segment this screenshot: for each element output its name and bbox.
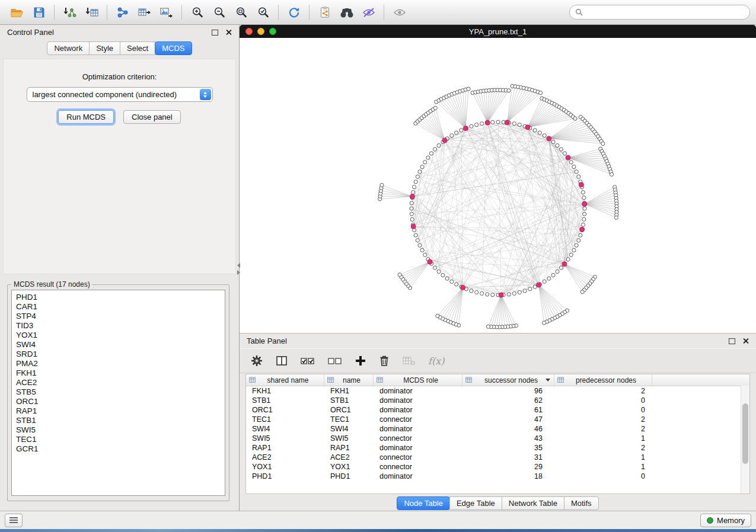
table-cell: SWI4 (246, 425, 324, 433)
open-session-button[interactable] (6, 3, 28, 22)
tab-edge-table[interactable]: Edge Table (449, 496, 502, 510)
result-item[interactable]: SWI5 (16, 425, 225, 435)
result-item[interactable]: SRD1 (16, 350, 225, 359)
result-item[interactable]: CAR1 (16, 302, 225, 312)
result-item[interactable]: TEC1 (16, 435, 225, 444)
create-column-button[interactable] (355, 355, 366, 367)
float-panel-icon[interactable] (729, 338, 735, 344)
table-row[interactable]: RAP1RAP1dominator352 (246, 443, 749, 453)
float-panel-icon[interactable] (212, 30, 218, 36)
deselect-all-rows-button[interactable] (327, 354, 343, 367)
table-row[interactable]: ACE2ACE2connector311 (246, 453, 749, 462)
memory-button[interactable]: Memory (700, 514, 751, 527)
table-row[interactable]: PHD1PHD1dominator180 (246, 472, 749, 481)
minimize-window-traffic-light[interactable] (257, 28, 264, 35)
hide-selected-button[interactable] (358, 3, 379, 22)
panel-toggle-button[interactable] (5, 514, 23, 527)
network-graph[interactable] (240, 38, 756, 333)
unchecked-boxes-icon (327, 354, 343, 367)
table-row[interactable]: ORC1ORC1dominator610 (246, 405, 749, 415)
tab-node-table[interactable]: Node Table (397, 496, 450, 510)
tab-mcds[interactable]: MCDS (155, 41, 192, 55)
export-image-button[interactable] (155, 3, 177, 22)
column-header-predecessor-nodes[interactable]: predecessor nodes (554, 374, 652, 386)
network-window-titlebar[interactable]: YPA_prune.txt_1 (240, 25, 756, 38)
import-table-button[interactable] (81, 3, 103, 22)
close-panel-icon[interactable] (742, 338, 749, 344)
result-item[interactable]: STP4 (16, 312, 225, 321)
table-row[interactable]: SWI4SWI4dominator462 (246, 424, 749, 434)
tab-network[interactable]: Network (47, 41, 90, 55)
table-settings-button[interactable] (250, 354, 263, 367)
show-columns-button[interactable] (275, 354, 288, 367)
zoom-in-button[interactable] (186, 3, 208, 22)
table-row[interactable]: STB1STB1dominator620 (246, 396, 749, 405)
result-item[interactable]: STB1 (16, 416, 225, 425)
main-toolbar (0, 0, 756, 25)
column-type-icon (249, 377, 256, 383)
clipboard-share-icon (318, 6, 331, 19)
refresh-button[interactable] (283, 3, 305, 22)
result-item[interactable]: STB5 (16, 387, 225, 397)
export-table-button[interactable] (133, 3, 155, 22)
tab-motifs[interactable]: Motifs (564, 496, 599, 510)
result-item[interactable]: ORC1 (16, 397, 225, 406)
table-row[interactable]: FKH1FKH1dominator962 (246, 386, 749, 396)
toolbar-separator (278, 5, 279, 20)
tab-style[interactable]: Style (89, 41, 120, 55)
result-item[interactable]: ACE2 (16, 378, 225, 387)
result-item[interactable]: RAP1 (16, 406, 225, 416)
close-window-traffic-light[interactable] (245, 28, 253, 35)
zoom-fit-button[interactable] (230, 3, 252, 22)
result-item[interactable]: GCR1 (16, 444, 225, 454)
column-header-MCDS-role[interactable]: MCDS role (374, 374, 462, 386)
function-builder-button-disabled: f(x) (428, 355, 444, 367)
table-row[interactable]: SWI5SWI5connector431 (246, 434, 749, 443)
mcds-result-fieldset: MCDS result (17 nodes) PHD1CAR1STP4TID3Y… (7, 280, 229, 501)
result-item[interactable]: PHD1 (16, 293, 225, 302)
show-all-button[interactable] (388, 3, 410, 22)
mcds-result-title: MCDS result (17 nodes) (11, 280, 92, 289)
save-session-button[interactable] (28, 3, 50, 22)
result-item[interactable]: TID3 (16, 321, 225, 331)
select-all-rows-button[interactable] (300, 354, 315, 367)
toolbar-separator (181, 5, 182, 20)
export-network-button[interactable] (111, 3, 133, 22)
maximize-window-traffic-light[interactable] (269, 28, 276, 35)
panel-splitter-handle[interactable] (235, 263, 241, 278)
copy-network-button[interactable] (314, 3, 336, 22)
search-input[interactable] (586, 8, 744, 17)
column-header-name[interactable]: name (324, 374, 374, 386)
import-network-button[interactable] (59, 3, 81, 22)
result-item[interactable]: YOX1 (16, 331, 225, 340)
column-header-successor-nodes[interactable]: successor nodes (462, 374, 554, 386)
network-search-box[interactable] (569, 5, 750, 20)
optimization-criterion-select[interactable]: largest connected component (undirected) (27, 87, 213, 102)
table-row[interactable]: YOX1YOX1connector291 (246, 462, 749, 472)
table-cell: STB1 (246, 396, 324, 405)
zoom-out-button[interactable] (208, 3, 230, 22)
table-row[interactable]: TEC1TEC1connector472 (246, 415, 749, 424)
scrollbar-thumb[interactable] (742, 403, 748, 464)
table-cell: FKH1 (324, 387, 374, 395)
table-cell: connector (374, 434, 462, 443)
column-header-shared-name[interactable]: shared name (246, 374, 324, 386)
column-type-icon (557, 377, 564, 383)
table-cell: SWI5 (324, 434, 374, 443)
delete-column-button[interactable] (378, 354, 390, 367)
find-network-button[interactable] (336, 3, 358, 22)
run-mcds-button[interactable]: Run MCDS (58, 110, 114, 124)
close-panel-button[interactable]: Close panel (123, 110, 181, 124)
result-item[interactable]: FKH1 (16, 368, 225, 378)
tab-network-table[interactable]: Network Table (502, 496, 564, 510)
tab-select[interactable]: Select (120, 41, 155, 55)
close-panel-icon[interactable] (225, 29, 232, 36)
table-cell: 35 (462, 444, 554, 452)
result-item[interactable]: PMA2 (16, 359, 225, 368)
column-type-icon (465, 377, 472, 383)
result-item[interactable]: SWI4 (16, 340, 225, 350)
network-canvas[interactable] (240, 38, 756, 333)
table-scrollbar[interactable] (741, 386, 749, 493)
zoom-selected-button[interactable] (252, 3, 274, 22)
checked-boxes-icon (300, 354, 315, 367)
